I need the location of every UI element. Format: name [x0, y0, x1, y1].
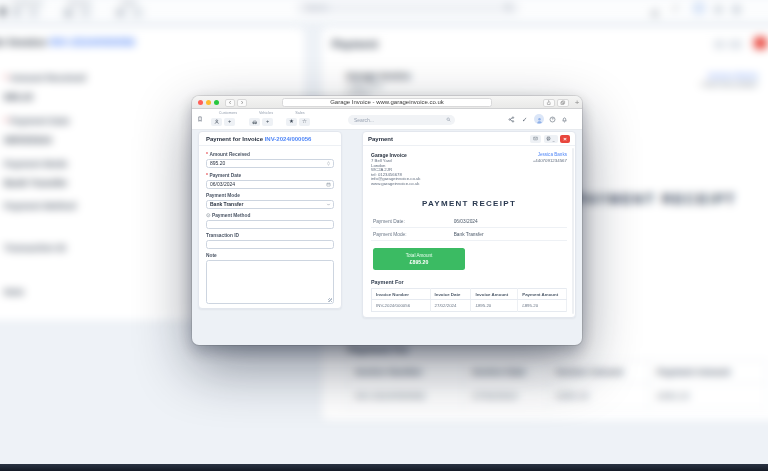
bg-customer-name: Jessica Banks	[600, 71, 758, 80]
sales-quotes-button[interactable]: ☆	[299, 118, 310, 126]
bg-group-label: Sales	[110, 0, 148, 6]
back-button[interactable]: ‹	[225, 99, 235, 107]
group-label-sales: Sales	[284, 111, 316, 115]
vehicles-button[interactable]	[249, 118, 260, 126]
payment-form-panel: Payment for Invoice INV-2024/000056 *Amo…	[198, 131, 342, 309]
bg-search-icon	[504, 3, 513, 12]
share-nodes-icon[interactable]	[508, 116, 515, 123]
bg-search-input: Search...	[296, 1, 520, 15]
bg-toolbar: Customers + Vehicles + Sales ★ ☆ Search.…	[0, 0, 768, 22]
payment-mode-select[interactable]: Bank Transfer	[206, 200, 334, 209]
person-icon	[214, 119, 220, 125]
scrollbar[interactable]	[572, 148, 574, 314]
transaction-id-input[interactable]	[206, 240, 334, 249]
transaction-id-label: Transaction ID	[206, 233, 334, 238]
calendar-icon[interactable]	[326, 182, 331, 187]
avatar[interactable]	[534, 114, 544, 124]
payment-for-label: Payment For	[371, 279, 567, 285]
bg-print-button	[729, 40, 742, 49]
search-icon	[446, 117, 451, 122]
note-textarea[interactable]	[206, 260, 334, 304]
invoice-number-link[interactable]: INV-2024/000056	[265, 136, 312, 142]
bottom-dark-bar	[0, 464, 768, 471]
payment-method-label: Payment Method	[206, 213, 334, 218]
envelope-icon	[533, 136, 538, 141]
bg-bookmark-icon	[0, 7, 5, 16]
traffic-light-close[interactable]	[198, 100, 203, 105]
app-toolbar: Customers + Vehicles + Sales ★ ☆ ✓	[192, 109, 582, 130]
bg-plus-icon: +	[27, 7, 40, 18]
note-label: Note	[206, 253, 334, 258]
payment-date-input[interactable]	[206, 180, 334, 189]
bg-table-row: INV-2024/000056 27/02/2024 £895.20 £895.…	[347, 384, 766, 409]
bg-group-label: Vehicles	[58, 0, 100, 6]
bg-field-value: 895.20	[4, 91, 33, 102]
person-icon	[536, 117, 543, 124]
payment-date-label: *Payment Date	[206, 172, 334, 178]
bg-check-icon: ✓	[672, 3, 680, 13]
check-icon[interactable]: ✓	[522, 116, 527, 124]
printer-icon	[546, 136, 551, 141]
traffic-light-zoom[interactable]	[214, 100, 219, 105]
chevron-down-icon	[326, 202, 331, 207]
bg-field-label: Payment Method	[4, 201, 76, 211]
receipt-panel-title: Payment	[368, 136, 528, 142]
search-input[interactable]	[348, 115, 455, 125]
bg-payment-for-label: Payment For	[348, 344, 409, 355]
add-vehicle-button[interactable]: +	[262, 118, 273, 126]
email-receipt-button[interactable]	[530, 135, 541, 143]
customers-button[interactable]	[211, 118, 222, 126]
bell-icon[interactable]	[561, 116, 568, 123]
bg-share-icon	[650, 4, 659, 13]
tabs-button[interactable]	[557, 99, 569, 107]
customer-block: Jessica Banks +4407091234567	[533, 152, 567, 186]
forward-button[interactable]: ›	[237, 99, 247, 107]
window-titlebar[interactable]: ‹ › Garage Invoice - www.garageinvoice.c…	[192, 96, 582, 109]
bookmark-icon[interactable]	[197, 115, 203, 123]
bg-customer-phone: +4407091234567	[600, 80, 758, 89]
info-icon	[206, 213, 211, 218]
customer-name-link[interactable]: Jessica Banks	[533, 152, 567, 157]
url-field[interactable]: Garage Invoice - www.garageinvoice.co.uk	[282, 98, 492, 107]
help-icon[interactable]	[549, 116, 556, 123]
payment-for-table: Invoice Number Invoice Date Invoice Amou…	[371, 288, 567, 312]
share-button[interactable]	[543, 99, 555, 107]
bg-field-label: Payment Mode	[4, 159, 68, 169]
bg-bell-icon	[732, 5, 741, 14]
chevron-down-icon	[552, 130, 555, 148]
amount-received-label: *Amount Received	[206, 151, 334, 157]
group-label-vehicles: Vehicles	[247, 111, 285, 115]
bg-car-icon	[62, 7, 75, 18]
new-tab-button[interactable]: +	[573, 98, 581, 107]
amount-input[interactable]	[206, 159, 334, 168]
bg-field-value: 06/03/2024	[4, 134, 52, 145]
bg-field-label: Transaction ID	[4, 243, 66, 253]
payment-mode-label: Payment Mode	[206, 193, 334, 198]
bg-plus-icon: +	[79, 7, 92, 18]
receipt-detail-row: Payment Date: 06/03/2024	[371, 215, 567, 228]
car-icon	[252, 119, 258, 125]
add-customer-button[interactable]: +	[224, 118, 235, 126]
resize-grip[interactable]	[328, 298, 332, 302]
form-title: Payment for Invoice INV-2024/000056	[199, 132, 341, 146]
close-panel-button[interactable]: ×	[560, 135, 570, 143]
bg-avatar	[692, 1, 706, 15]
sales-invoices-button[interactable]: ★	[286, 118, 297, 126]
bg-group-label: Customers	[6, 0, 48, 6]
customer-phone: +4407091234567	[533, 158, 567, 163]
table-row: INV-2024/000056 27/02/2024 £895.20 £895.…	[372, 300, 567, 312]
bg-mail-button	[714, 40, 725, 49]
traffic-light-minimize[interactable]	[206, 100, 211, 105]
receipt-title: PAYMENT RECEIPT	[371, 199, 567, 208]
payment-receipt-panel: Payment × Garage Invoice 7 Bell Yard Lon…	[362, 131, 576, 318]
stepper-icon[interactable]	[326, 161, 331, 166]
bg-field-value: Bank Transfer	[4, 177, 67, 188]
bg-panel-title: Payment	[332, 38, 378, 50]
bg-page-title: Payment for Invoice INV-2024/000056	[0, 36, 135, 48]
search-box[interactable]	[348, 115, 455, 125]
bg-field-label: * Amount Received	[4, 73, 86, 83]
payment-method-input[interactable]	[206, 220, 334, 229]
bg-field-label: * Payment Date	[4, 116, 70, 126]
bg-close-button	[754, 37, 767, 49]
print-receipt-button[interactable]	[544, 135, 558, 143]
